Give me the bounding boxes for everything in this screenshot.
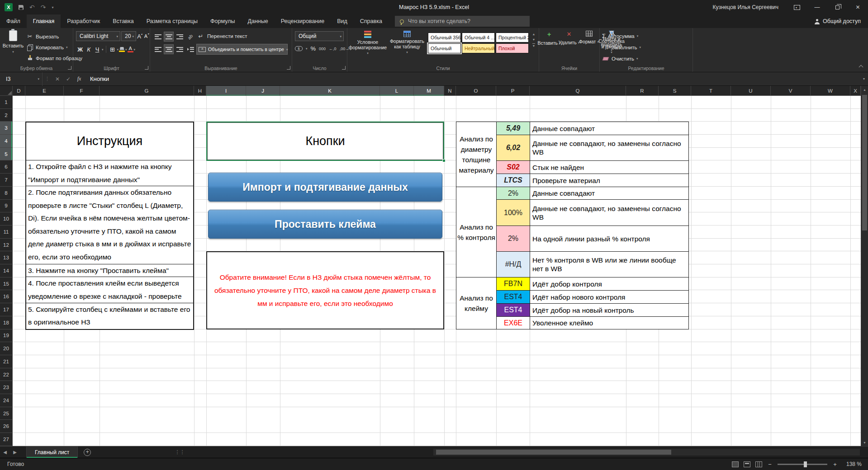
save-icon[interactable] [19,5,24,10]
column-header-F[interactable]: F [64,86,100,96]
analysis-group-label[interactable]: Анализ по клейму [456,277,497,329]
row-header-27[interactable]: 27 [0,433,12,446]
gallery-more-icon[interactable]: ▼ [532,43,536,47]
column-header-I[interactable]: I [206,86,246,96]
row-header-19[interactable]: 19 [0,329,12,343]
sheet-nav-left-icon[interactable]: ◀ [0,450,10,455]
buttons-title-cell-selected[interactable]: Кнопки [206,122,444,161]
delete-cells-button[interactable]: ✕ Удалить▾ [559,31,579,64]
restore-button[interactable] [827,0,848,14]
normal-view-icon[interactable] [732,461,739,467]
row-header-12[interactable]: 12 [0,239,12,252]
font-name-select[interactable]: Calibri Light▾ [76,31,120,41]
analysis-group-label[interactable]: Анализ по % контроля [456,187,497,277]
ribbon-tab-Рецензирование[interactable]: Рецензирование [275,14,331,28]
tell-me-search[interactable]: Что вы хотите сделать? [395,16,530,27]
percent-format-icon[interactable]: % [311,45,316,52]
align-bottom-button[interactable] [175,32,185,42]
zoom-out-icon[interactable]: − [767,461,773,468]
bold-button[interactable]: Ж [76,45,84,54]
analysis-desc-cell[interactable]: Идёт набор нового контроля [530,291,689,304]
row-header-15[interactable]: 15 [0,277,12,291]
column-header-E[interactable]: E [25,86,64,96]
row-header-20[interactable]: 20 [0,342,12,355]
selection-fill-handle[interactable] [442,159,446,162]
formula-bar-handle[interactable]: ⋮ [45,76,50,82]
analysis-desc-cell[interactable]: Данные совпадают [530,122,689,135]
analysis-desc-cell[interactable]: Уволенное клеймо [530,317,689,329]
add-sheet-button[interactable]: + [81,449,93,456]
row-header-1[interactable]: 1 [0,96,12,109]
vertical-scrollbar[interactable]: ▲ ▼ [861,86,868,446]
sheet-nav-right-icon[interactable]: ▶ [10,450,20,455]
alignment-dialog-launcher-icon[interactable] [287,66,290,70]
row-header-9[interactable]: 9 [0,200,12,213]
instruction-item-2[interactable]: 2. После подтягивания данных обязательно… [26,186,193,264]
row-header-8[interactable]: 8 [0,187,12,200]
underline-button[interactable]: Ч [93,45,101,54]
horizontal-scrollbar[interactable] [433,449,860,456]
zoom-slider-thumb[interactable] [804,461,807,467]
page-break-view-icon[interactable] [755,461,762,467]
row-header-7[interactable]: 7 [0,174,12,187]
tabs-splitter-handle[interactable]: ⋮⋮ [175,449,185,455]
column-header-N[interactable]: N [444,86,456,96]
align-top-button[interactable] [153,32,163,42]
column-header-D[interactable]: D [13,86,25,96]
row-header-24[interactable]: 24 [0,394,12,407]
undo-icon[interactable]: ↶ [29,4,35,10]
instruction-item-3[interactable]: 3. Нажмите на кнопку "Проставить клейма" [26,264,193,277]
cell-style-tile[interactable]: Обычный 4 ... [462,33,495,42]
row-header-11[interactable]: 11 [0,226,12,239]
name-box[interactable]: I3▾ [0,72,43,86]
analysis-desc-cell[interactable]: Данные не совпадают, но заменены согласн… [530,135,689,161]
zoom-level-label[interactable]: 138 % [843,461,862,467]
column-header-T[interactable]: T [691,86,731,96]
fill-color-icon[interactable] [119,47,125,52]
find-select-button[interactable]: Найти и выделить ▾ [600,31,623,64]
select-all-button[interactable] [0,86,13,96]
format-as-table-button[interactable]: Форматировать как таблицу ▾ [388,31,426,64]
gallery-up-icon[interactable]: ▲ [532,33,536,36]
row-header-4[interactable]: 4 [0,135,12,148]
instruction-item-1[interactable]: 1. Откройте файл с НЗ и нажмите на кнопк… [26,160,193,186]
align-middle-button[interactable] [164,32,174,42]
column-header-J[interactable]: J [246,86,280,96]
font-color-icon[interactable]: А [128,46,133,52]
analysis-code-cell[interactable]: 5,49 [497,122,530,135]
import-data-button[interactable]: Импорт и подтягивание данных [208,173,442,202]
instruction-title-cell[interactable]: Инструкция [26,122,193,160]
analysis-code-cell[interactable]: FB7N [497,277,530,291]
analysis-desc-cell[interactable]: Стык не найден [530,161,689,174]
row-header-25[interactable]: 25 [0,407,12,420]
row-header-16[interactable]: 16 [0,291,12,304]
scroll-down-icon[interactable]: ▼ [861,439,868,446]
font-dialog-launcher-icon[interactable] [145,66,148,70]
share-button[interactable]: Общий доступ [815,14,868,28]
merge-center-button[interactable]: Объединить и поместить в центре ▾ [196,44,288,55]
cell-style-tile[interactable]: Нейтральный [462,43,495,53]
ribbon-tab-Главная[interactable]: Главная [27,14,61,28]
column-header-H[interactable]: H [194,86,206,96]
column-header-U[interactable]: U [731,86,771,96]
align-right-button[interactable] [175,44,185,54]
analysis-desc-cell[interactable]: Проверьте материал [530,174,689,187]
ribbon-display-options-button[interactable] [787,0,807,14]
vertical-scrollbar-thumb[interactable] [862,95,867,230]
row-header-10[interactable]: 10 [0,212,12,226]
row-header-21[interactable]: 21 [0,355,12,368]
decrease-indent-button[interactable] [185,44,195,54]
analysis-desc-cell[interactable]: Идёт добор на новый контроль [530,304,689,317]
column-header-L[interactable]: L [380,86,414,96]
ribbon-tab-Файл[interactable]: Файл [0,14,27,28]
row-header-5[interactable]: 5 [0,148,12,161]
customize-quick-access-icon[interactable]: ▾ [52,5,53,9]
collapse-ribbon-button[interactable] [859,66,863,69]
analysis-code-cell[interactable]: 100% [497,200,530,226]
column-header-R[interactable]: R [626,86,659,96]
number-dialog-launcher-icon[interactable] [342,66,346,70]
ribbon-tab-Вид[interactable]: Вид [331,14,354,28]
format-cells-button[interactable]: Формат▾ [579,31,599,64]
redo-icon[interactable]: ↷ [41,4,46,10]
comma-format-icon[interactable]: 000 [319,47,326,51]
